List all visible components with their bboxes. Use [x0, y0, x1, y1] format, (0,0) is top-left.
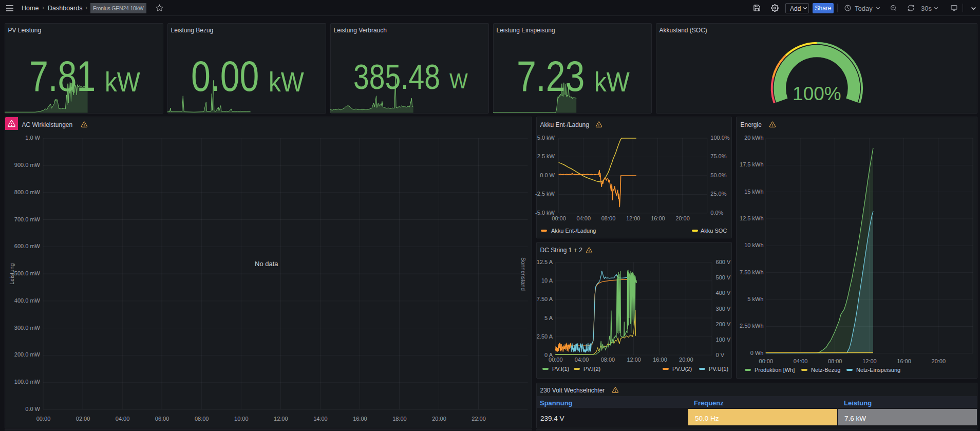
svg-text:100%: 100%: [793, 83, 841, 104]
